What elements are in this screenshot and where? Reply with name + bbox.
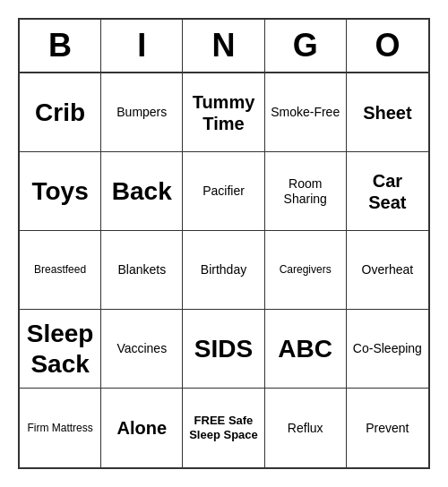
cell-text: Blankets [117,262,166,278]
cell-text: Overheat [362,262,414,278]
header-letter: O [347,20,428,72]
bingo-cell: Vaccines [101,310,183,389]
bingo-cell: Firm Mattress [20,389,101,467]
cell-text: Birthday [201,262,246,278]
cell-text: Firm Mattress [27,422,92,434]
cell-text: Tummy Time [188,91,258,134]
header-letter: G [265,20,347,72]
cell-text: Crib [35,98,85,128]
cell-text: Reflux [288,421,323,436]
cell-text: Alone [117,417,168,439]
bingo-cell: Breastfeed [20,231,101,310]
bingo-cell: Crib [20,73,101,152]
cell-text: ABC [278,334,332,364]
bingo-cell: SIDS [183,310,264,389]
bingo-cell: Sheet [347,73,428,152]
bingo-cell: Car Seat [347,152,428,231]
bingo-cell: Caregivers [265,231,347,310]
bingo-cell: ABC [265,310,347,389]
cell-text: Caregivers [280,263,332,276]
cell-text: Sleep Sack [25,319,95,379]
cell-text: Car Seat [352,170,423,213]
bingo-header: BINGO [20,20,428,73]
bingo-card: BINGO CribBumpersTummy TimeSmoke-FreeShe… [18,18,430,469]
cell-text: Breastfeed [34,263,86,276]
bingo-grid: CribBumpersTummy TimeSmoke-FreeSheetToys… [20,73,428,467]
header-letter: I [101,20,183,72]
cell-text: Toys [31,176,88,207]
header-letter: B [20,20,101,72]
bingo-cell: Birthday [183,231,264,310]
cell-text: Co-Sleeping [353,341,422,356]
bingo-cell: Blankets [101,231,183,310]
bingo-cell: Alone [101,389,183,467]
cell-text: Smoke-Free [271,105,340,120]
bingo-cell: Prevent [347,389,428,467]
cell-text: Vaccines [116,341,167,356]
bingo-cell: Back [101,152,183,231]
cell-text: Sheet [363,102,411,124]
bingo-cell: Room Sharing [265,152,347,231]
cell-text: FREE Safe Sleep Space [188,414,258,441]
cell-text: Bumpers [116,105,167,120]
bingo-cell: Co-Sleeping [347,310,428,389]
bingo-cell: Sleep Sack [20,310,101,389]
bingo-cell: Tummy Time [183,73,264,152]
cell-text: Pacifier [202,184,245,199]
bingo-cell: FREE Safe Sleep Space [183,389,264,467]
bingo-cell: Smoke-Free [265,73,347,152]
cell-text: Back [112,176,172,207]
header-letter: N [183,20,264,72]
cell-text: SIDS [194,334,253,364]
bingo-cell: Bumpers [101,73,183,152]
cell-text: Room Sharing [271,176,340,207]
bingo-cell: Overheat [347,231,428,310]
bingo-cell: Pacifier [183,152,264,231]
bingo-cell: Reflux [265,389,347,467]
cell-text: Prevent [366,421,409,436]
bingo-cell: Toys [20,152,101,231]
